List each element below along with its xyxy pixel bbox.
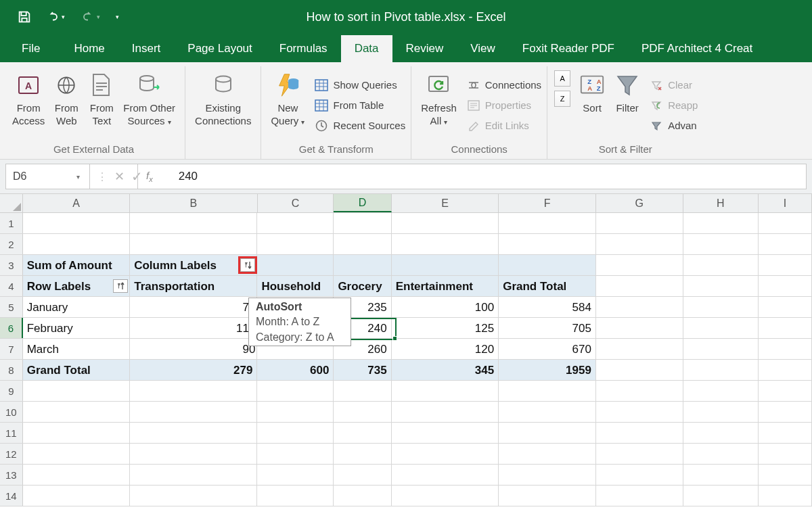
row-header[interactable]: 11 — [0, 423, 23, 443]
from-table-button[interactable]: From Table — [313, 97, 405, 114]
refresh-icon — [425, 70, 452, 100]
row-header[interactable]: 8 — [0, 360, 23, 380]
fx-icon[interactable]: fx — [146, 170, 153, 183]
caret-down-icon[interactable]: ▾ — [68, 173, 87, 181]
new-query-button[interactable]: New Query ▾ — [267, 68, 309, 143]
svg-text:Z: Z — [597, 85, 601, 92]
tab-formulas[interactable]: Formulas — [266, 35, 341, 62]
name-box-input[interactable] — [6, 170, 68, 183]
row-header[interactable]: 2 — [0, 234, 23, 254]
sort-label: Sort — [583, 101, 602, 114]
col-header-A[interactable]: A — [23, 194, 131, 212]
caret-down-icon: ▾ — [62, 14, 65, 20]
fill-handle[interactable] — [392, 336, 397, 341]
col-header-E[interactable]: E — [392, 194, 499, 212]
from-text-button[interactable]: From Text — [84, 68, 119, 143]
from-other-sources-button[interactable]: From Other Sources ▾ — [119, 68, 179, 143]
pivot-grand-label[interactable]: Grand Total — [23, 360, 131, 380]
row-header[interactable]: 10 — [0, 402, 23, 422]
row-header[interactable]: 13 — [0, 465, 23, 485]
title-bar: ▾ ▾ ▾ How to sort in Pivot table.xlsx - … — [0, 0, 812, 34]
from-other-sources-label: From Other Sources ▾ — [123, 101, 175, 128]
pivot-col-grandtotal[interactable]: Grand Total — [499, 276, 596, 296]
pivot-col-household[interactable]: Household — [257, 276, 334, 296]
tab-review[interactable]: Review — [392, 35, 457, 62]
select-all-corner[interactable] — [0, 194, 23, 212]
tab-pdfarchitect[interactable]: PDF Architect 4 Creat — [628, 35, 766, 62]
col-header-H[interactable]: H — [683, 194, 759, 212]
pivot-sum-label[interactable]: Sum of Amount — [23, 255, 131, 275]
row: 6 February 115 240 125 705 — [0, 318, 812, 339]
tab-view[interactable]: View — [457, 35, 509, 62]
col-header-B[interactable]: B — [130, 194, 257, 212]
row: 7 March 90 260 120 670 — [0, 339, 812, 360]
row-header[interactable]: 6 — [0, 318, 23, 338]
col-header-C[interactable]: C — [258, 194, 334, 212]
cancel-icon[interactable]: ✕ — [114, 169, 125, 184]
sort-button[interactable]: ZAAZ Sort — [574, 68, 610, 143]
row-labels-filter-button[interactable] — [113, 279, 128, 293]
clear-button[interactable]: Clear — [648, 76, 698, 94]
properties-icon — [466, 99, 481, 112]
refresh-all-button[interactable]: Refresh All ▾ — [417, 68, 461, 143]
from-web-button[interactable]: From Web — [49, 68, 84, 143]
pivot-column-labels[interactable]: Column Labels — [130, 255, 257, 275]
show-queries-button[interactable]: Show Queries — [313, 76, 405, 94]
tab-page-layout[interactable]: Page Layout — [174, 35, 265, 62]
table-icon — [314, 99, 329, 112]
save-button[interactable] — [15, 7, 34, 26]
link-icon — [466, 78, 481, 92]
pivot-col-transportation[interactable]: Transportation — [130, 276, 257, 296]
sort-za-icon[interactable]: Z — [554, 91, 570, 107]
col-header-I[interactable]: I — [759, 194, 812, 212]
row-header[interactable]: 5 — [0, 297, 23, 317]
database-arrow-icon — [136, 70, 163, 100]
row: 8 Grand Total 279 600 735 345 1959 — [0, 360, 812, 381]
svg-point-3 — [140, 76, 154, 81]
worksheet-grid[interactable]: A B C D E F G H I 1 2 3 Sum of Amount Co… — [0, 194, 812, 506]
name-box[interactable]: ▾ — [6, 164, 90, 189]
qat-customize-button[interactable]: ▾ — [111, 7, 123, 26]
pivot-row-label[interactable]: March — [23, 339, 131, 359]
tab-home[interactable]: Home — [60, 35, 118, 62]
row: 2 — [0, 234, 812, 255]
pivot-col-entertainment[interactable]: Entertainment — [392, 276, 499, 296]
pivot-row-label[interactable]: February — [23, 318, 131, 338]
row-header[interactable]: 7 — [0, 339, 23, 359]
advanced-button[interactable]: Advan — [648, 117, 698, 135]
formula-input[interactable]: 240 — [169, 170, 198, 183]
col-header-D[interactable]: D — [334, 194, 391, 212]
redo-button[interactable]: ▾ — [76, 7, 104, 26]
from-access-button[interactable]: A From Access — [8, 68, 49, 143]
recent-sources-button[interactable]: Recent Sources — [313, 117, 405, 135]
tab-foxit[interactable]: Foxit Reader PDF — [509, 35, 628, 62]
edit-links-button[interactable]: Edit Links — [465, 117, 541, 135]
row-header[interactable]: 4 — [0, 276, 23, 296]
connections-button[interactable]: Connections — [465, 76, 541, 94]
pivot-row-label[interactable]: January — [23, 297, 131, 317]
tab-insert[interactable]: Insert — [118, 35, 175, 62]
row-header[interactable]: 3 — [0, 255, 23, 275]
filter-button[interactable]: Filter — [610, 68, 645, 143]
row-header[interactable]: 9 — [0, 381, 23, 401]
existing-connections-button[interactable]: Existing Connections — [191, 68, 255, 143]
sort-icon: ZAAZ — [579, 70, 606, 100]
properties-button[interactable]: Properties — [465, 97, 541, 114]
col-header-F[interactable]: F — [499, 194, 596, 212]
svg-text:A: A — [587, 85, 592, 92]
column-labels-filter-button[interactable] — [240, 258, 255, 272]
advanced-filter-icon — [649, 119, 664, 133]
tab-file[interactable]: File — [8, 35, 60, 62]
row-header[interactable]: 1 — [0, 213, 23, 233]
tab-data[interactable]: Data — [341, 35, 392, 62]
from-web-label: From Web — [55, 101, 78, 127]
undo-button[interactable]: ▾ — [41, 7, 69, 26]
pivot-row-labels[interactable]: Row Labels — [23, 276, 131, 296]
pivot-col-grocery[interactable]: Grocery — [334, 276, 391, 296]
ribbon-tab-strip: File Home Insert Page Layout Formulas Da… — [0, 34, 812, 62]
reapply-button[interactable]: Reapp — [648, 97, 698, 114]
sort-az-icon[interactable]: A — [554, 70, 570, 87]
row-header[interactable]: 12 — [0, 444, 23, 464]
col-header-G[interactable]: G — [596, 194, 683, 212]
row-header[interactable]: 14 — [0, 486, 23, 506]
